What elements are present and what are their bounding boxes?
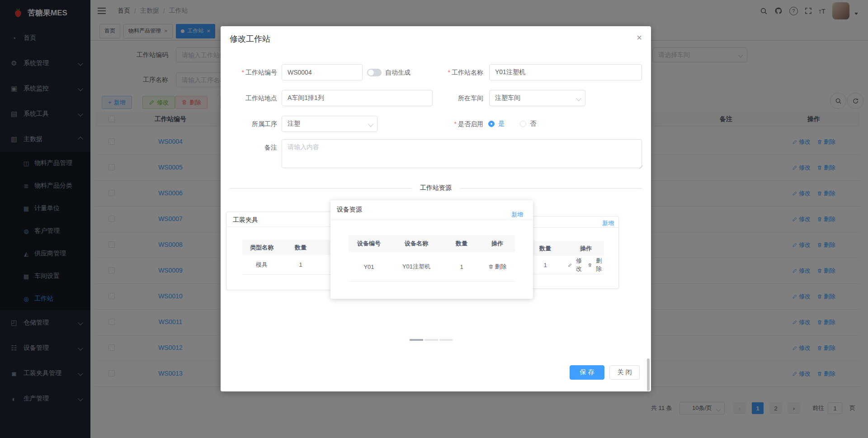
trash-icon — [588, 263, 592, 268]
process-label: 所属工序 — [227, 116, 277, 132]
remark-textarea[interactable] — [282, 139, 642, 168]
carousel-indicators — [410, 339, 453, 341]
radio-yes-label[interactable]: 是 — [498, 120, 505, 128]
close-button[interactable]: 关 闭 — [609, 365, 640, 380]
right-table-row: 1 修改 删除 — [523, 256, 604, 274]
row-edit-link[interactable]: 修改 — [568, 257, 584, 273]
carousel-dot[interactable] — [439, 339, 453, 341]
pencil-icon — [568, 263, 572, 268]
code-input[interactable] — [282, 64, 363, 80]
process-select[interactable]: 注塑 — [282, 116, 377, 132]
device-table-row: Y01 Y01注塑机 1 删除 — [349, 252, 515, 282]
auto-generate-toggle[interactable] — [367, 69, 382, 76]
enabled-label: *是否启用 — [434, 116, 483, 132]
device-table-header: 设备编号 设备名称 数量 操作 — [349, 235, 515, 252]
carousel-dot-active[interactable] — [410, 339, 423, 341]
workshop-label: 所在车间 — [434, 90, 483, 106]
code-label: *工作站编号 — [227, 64, 277, 80]
dialog-title: 修改工作站 — [230, 33, 270, 44]
device-resource-panel: 设备资源 新增 设备编号 设备名称 数量 操作 Y01 Y01注塑机 1 删除 — [330, 200, 533, 299]
location-label: 工作站地点 — [227, 90, 277, 106]
carousel-dot[interactable] — [425, 339, 438, 341]
add-device-link[interactable]: 新增 — [511, 211, 523, 219]
save-button[interactable]: 保 存 — [570, 365, 604, 380]
location-input[interactable] — [282, 90, 433, 106]
name-input[interactable] — [489, 64, 642, 80]
trash-icon — [488, 264, 494, 269]
radio-yes[interactable] — [488, 121, 495, 127]
enabled-radio-group: 是 否 — [488, 116, 536, 132]
workshop-select[interactable]: 注塑车间 — [489, 90, 585, 106]
modal-scrollbar-thumb[interactable] — [647, 358, 650, 391]
close-icon[interactable]: × — [637, 33, 642, 43]
device-panel-title: 设备资源 — [337, 206, 362, 214]
row-delete-link[interactable]: 删除 — [488, 263, 507, 271]
auto-generate-label: 自动生成 — [385, 64, 410, 80]
add-link[interactable]: 新增 — [602, 219, 614, 227]
name-label: *工作站名称 — [434, 64, 483, 80]
row-delete-link[interactable]: 删除 — [588, 257, 604, 273]
chevron-down-icon — [576, 96, 581, 101]
radio-no-label[interactable]: 否 — [530, 120, 536, 128]
edit-workstation-dialog: 修改工作站 × *工作站编号 自动生成 *工作站名称 工作站地点 所在车间 注塑… — [221, 26, 651, 391]
chevron-down-icon — [368, 122, 373, 127]
fixture-card-title: 工装夹具 — [233, 216, 258, 224]
remark-label: 备注 — [227, 139, 277, 155]
radio-no[interactable] — [520, 121, 526, 127]
right-table-header: 数量 操作 — [523, 241, 604, 256]
divider-label: 工作站资源 — [412, 184, 460, 192]
